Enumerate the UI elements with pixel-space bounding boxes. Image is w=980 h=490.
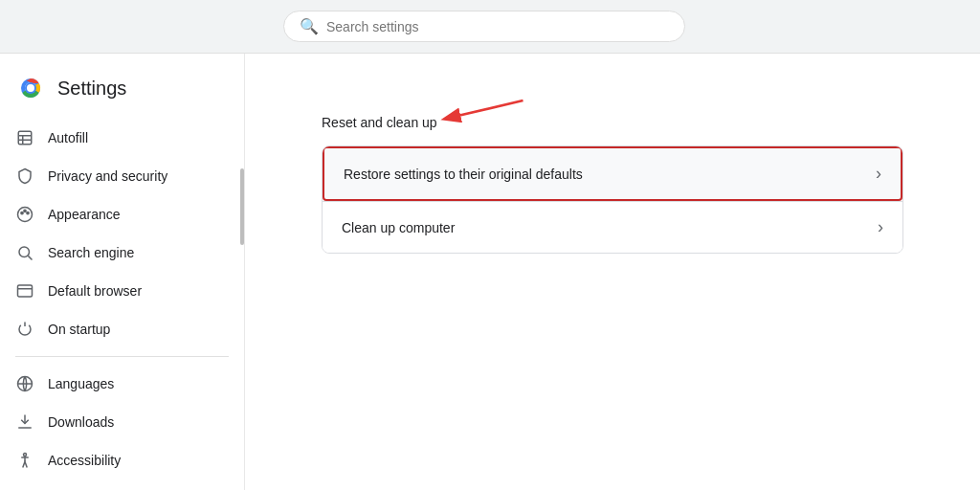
sidebar-item-accessibility[interactable]: Accessibility (0, 441, 236, 479)
search-icon: 🔍 (300, 17, 319, 35)
sidebar-item-privacy[interactable]: Privacy and security (0, 157, 236, 195)
sidebar-item-autofill[interactable]: Autofill (0, 119, 236, 157)
search-box-container: 🔍 (283, 11, 685, 42)
sidebar-item-languages[interactable]: Languages (0, 365, 236, 403)
sidebar-item-search-engine[interactable]: Search engine (0, 234, 236, 272)
restore-defaults-label: Restore settings to their original defau… (344, 167, 583, 182)
sidebar-divider-1 (15, 356, 229, 357)
sidebar-item-privacy-label: Privacy and security (48, 168, 167, 184)
content-inner: Reset and clean up Restore settings to t… (283, 84, 942, 284)
svg-rect-15 (18, 285, 33, 297)
clean-up-computer-chevron: › (878, 217, 883, 237)
sidebar-item-languages-label: Languages (48, 376, 114, 391)
sidebar-item-search-engine-label: Search engine (48, 245, 134, 260)
restore-defaults-chevron: › (876, 164, 881, 184)
sidebar-item-accessibility-label: Accessibility (48, 453, 121, 468)
content-area: Reset and clean up Restore settings to t… (245, 54, 980, 490)
sidebar: Settings Autofill Privacy and security (0, 54, 245, 490)
sidebar-item-on-startup-label: On startup (48, 322, 110, 337)
search-input[interactable] (326, 19, 669, 34)
svg-point-13 (19, 247, 30, 257)
sidebar-title: Settings (57, 78, 126, 100)
clean-up-computer-label: Clean up computer (342, 220, 455, 235)
svg-point-4 (27, 84, 34, 92)
section-title: Reset and clean up (322, 115, 903, 130)
svg-point-12 (27, 212, 29, 213)
search-engine-icon (15, 243, 34, 262)
svg-line-14 (28, 256, 32, 259)
accessibility-icon (15, 451, 34, 470)
top-bar: 🔍 (0, 0, 980, 54)
sidebar-item-default-browser-label: Default browser (48, 283, 142, 299)
sidebar-item-default-browser[interactable]: Default browser (0, 272, 236, 310)
main-layout: Settings Autofill Privacy and security (0, 54, 980, 490)
default-browser-icon (15, 281, 34, 301)
power-icon (15, 320, 34, 339)
svg-point-20 (24, 454, 27, 457)
download-icon (15, 412, 34, 432)
sidebar-item-downloads-label: Downloads (48, 414, 114, 430)
sidebar-item-downloads[interactable]: Downloads (0, 403, 236, 441)
globe-icon (15, 374, 34, 393)
restore-defaults-item[interactable]: Restore settings to their original defau… (323, 146, 902, 201)
chrome-logo-icon (15, 73, 46, 103)
palette-icon (15, 205, 34, 224)
settings-list: Restore settings to their original defau… (322, 145, 903, 254)
shield-icon (15, 167, 34, 186)
sidebar-header: Settings (0, 61, 244, 119)
sidebar-item-autofill-label: Autofill (48, 130, 88, 145)
sidebar-item-appearance-label: Appearance (48, 207, 121, 222)
sidebar-scrollbar[interactable] (240, 168, 244, 245)
clean-up-computer-item[interactable]: Clean up computer › (323, 201, 902, 253)
sidebar-item-system[interactable]: System (0, 479, 236, 490)
svg-rect-5 (18, 131, 32, 145)
sidebar-item-on-startup[interactable]: On startup (0, 310, 236, 348)
svg-point-11 (24, 210, 26, 212)
autofill-icon (15, 128, 34, 147)
svg-point-10 (21, 212, 23, 213)
sidebar-item-appearance[interactable]: Appearance (0, 195, 236, 234)
